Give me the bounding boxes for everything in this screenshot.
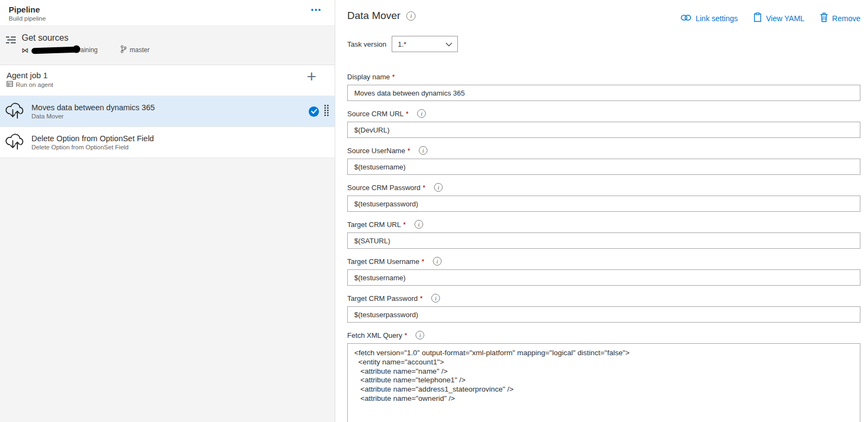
target-crm-url-label: Target CRM URL xyxy=(347,221,401,229)
field-fetch-xml-query: Fetch XML Query*i xyxy=(347,331,860,422)
agent-job-title: Agent job 1 xyxy=(7,71,335,80)
pipeline-header: Pipeline Build pipeline ••• xyxy=(0,0,335,26)
task-version-value: 1.* xyxy=(398,40,406,48)
task-version-label: Task version xyxy=(347,40,386,48)
fetch-xml-query-input[interactable] xyxy=(347,343,860,422)
task-settings-header: Data Mover i Link settingsView YAMLRemov… xyxy=(347,0,860,24)
info-icon[interactable]: i xyxy=(417,109,426,118)
source-crm-url-input[interactable] xyxy=(347,122,860,138)
target-crm-username-label: Target CRM Username xyxy=(347,257,419,266)
required-marker: * xyxy=(392,73,395,81)
required-marker: * xyxy=(406,110,409,118)
field-target-crm-url: Target CRM URL*i xyxy=(347,220,860,249)
required-marker: * xyxy=(420,294,423,303)
add-task-button[interactable]: + xyxy=(307,68,316,85)
task-item-title: Delete Option from OptionSet Field xyxy=(31,134,330,143)
link-settings-button[interactable]: Link settings xyxy=(680,12,738,24)
field-display-name: Display name* xyxy=(347,73,860,101)
get-sources-title: Get sources xyxy=(22,33,150,43)
repo-name-suffix: raining xyxy=(78,46,98,54)
sources-list-icon xyxy=(5,36,16,65)
pipeline-subtitle: Build pipeline xyxy=(9,15,326,22)
required-marker: * xyxy=(423,184,425,192)
info-icon[interactable]: i xyxy=(433,257,442,266)
selected-check-icon xyxy=(309,106,319,117)
target-crm-password-input[interactable] xyxy=(347,306,860,323)
cloud-transfer-icon xyxy=(4,131,26,153)
info-icon[interactable]: i xyxy=(434,183,443,192)
task-version-row: Task version 1.* xyxy=(347,36,860,52)
task-settings-panel: Data Mover i Link settingsView YAMLRemov… xyxy=(335,0,868,422)
panel-empty-area xyxy=(0,158,335,422)
target-crm-username-input[interactable] xyxy=(347,269,860,286)
task-item-delete-option-from-optionset-field[interactable]: Delete Option from OptionSet FieldDelete… xyxy=(0,127,335,158)
source-username-input[interactable] xyxy=(347,159,860,175)
link-icon xyxy=(680,14,692,23)
drag-handle-icon[interactable] xyxy=(324,104,329,119)
required-marker: * xyxy=(403,221,406,229)
task-actions: Link settingsView YAMLRemove xyxy=(680,12,860,24)
remove-label: Remove xyxy=(832,14,860,23)
required-marker: * xyxy=(422,257,424,266)
branch-icon xyxy=(120,45,126,55)
field-target-crm-password: Target CRM Password*i xyxy=(347,294,860,323)
agent-icon xyxy=(7,81,13,88)
task-item-subtitle: Delete Option from OptionSet Field xyxy=(31,144,330,150)
target-crm-password-label: Target CRM Password xyxy=(347,294,418,303)
task-title-text: Data Mover xyxy=(347,10,400,22)
task-item-title: Moves data between dynamics 365 xyxy=(31,103,309,112)
target-crm-url-input[interactable] xyxy=(347,232,860,249)
remove-button[interactable]: Remove xyxy=(820,12,860,24)
get-sources-row[interactable]: Get sources ⋈ raining master xyxy=(0,26,335,65)
info-icon[interactable]: i xyxy=(416,331,424,339)
info-icon[interactable]: i xyxy=(431,294,440,303)
pipeline-title: Pipeline xyxy=(9,5,326,14)
pipeline-tasks-panel: Pipeline Build pipeline ••• Get sources … xyxy=(0,0,335,422)
task-version-select[interactable]: 1.* xyxy=(392,36,458,52)
display-name-label: Display name xyxy=(347,73,390,81)
azure-repos-icon: ⋈ xyxy=(22,46,29,54)
display-name-input[interactable] xyxy=(347,85,860,101)
branch-name: master xyxy=(130,46,150,54)
field-target-crm-username: Target CRM Username*i xyxy=(347,257,860,286)
get-sources-meta: ⋈ raining master xyxy=(22,45,150,55)
info-icon[interactable]: i xyxy=(414,220,423,229)
field-source-crm-url: Source CRM URL*i xyxy=(347,109,860,138)
task-title: Data Mover i xyxy=(347,10,416,22)
trash-icon xyxy=(820,12,828,24)
clipboard-icon xyxy=(753,12,762,24)
source-crm-password-input[interactable] xyxy=(347,196,860,212)
task-list: Moves data between dynamics 365Data Move… xyxy=(0,96,335,158)
agent-job-subtitle: Run on agent xyxy=(16,81,53,88)
info-icon[interactable]: i xyxy=(406,11,416,21)
task-item-subtitle: Data Mover xyxy=(31,113,309,119)
required-marker: * xyxy=(407,147,410,155)
fetch-xml-query-label: Fetch XML Query xyxy=(347,331,402,339)
info-icon[interactable]: i xyxy=(419,146,427,155)
task-form: Display name*Source CRM URL*iSource User… xyxy=(347,73,860,422)
source-username-label: Source UserName xyxy=(347,147,405,155)
source-crm-url-label: Source CRM URL xyxy=(347,110,404,118)
field-source-username: Source UserName*i xyxy=(347,146,860,175)
redacted-repo-name xyxy=(31,46,78,54)
field-source-crm-password: Source CRM Password*i xyxy=(347,183,860,212)
cloud-transfer-icon xyxy=(4,100,26,122)
link-settings-label: Link settings xyxy=(695,14,738,23)
view-yaml-label: View YAML xyxy=(766,14,805,23)
chevron-down-icon xyxy=(445,40,452,48)
required-marker: * xyxy=(404,331,407,339)
view-yaml-button[interactable]: View YAML xyxy=(753,12,805,24)
task-item-moves-data-between-dynamics-365[interactable]: Moves data between dynamics 365Data Move… xyxy=(0,96,335,127)
agent-job-row[interactable]: Agent job 1 Run on agent + xyxy=(0,65,335,96)
more-actions-icon[interactable]: ••• xyxy=(311,5,322,14)
source-crm-password-label: Source CRM Password xyxy=(347,184,420,192)
